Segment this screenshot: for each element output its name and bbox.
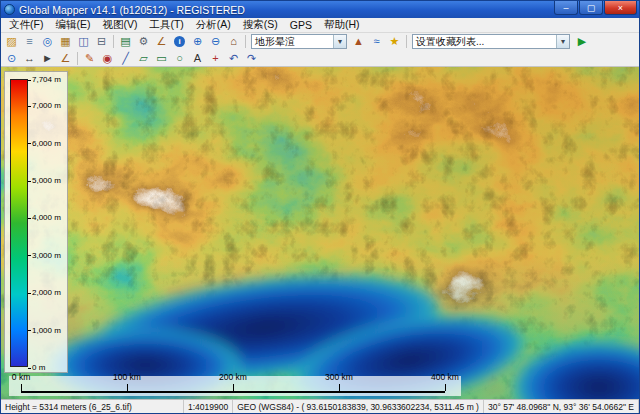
- select-tool-button[interactable]: ►: [39, 51, 56, 66]
- digitizer-toolbar-group: ✎◉╱▱▭○A+↶↷: [81, 51, 260, 66]
- map-view[interactable]: 7,704 m7,000 m6,000 m5,000 m4,000 m3,000…: [1, 67, 639, 399]
- show-3d-view-icon: ▲: [353, 36, 364, 47]
- configuration-icon: ⚙: [139, 36, 149, 47]
- file-toolbar-group: ▨≡◎▦◫⊟: [3, 34, 110, 49]
- menu-edit[interactable]: 编辑(E): [49, 18, 96, 32]
- path-profile-icon: ≈: [373, 36, 379, 47]
- toolbar-separator: [113, 35, 114, 48]
- favorites-combo-value: 设置收藏列表...: [413, 35, 556, 48]
- zoom-in-button[interactable]: ⊕: [189, 34, 206, 49]
- full-extent-icon: ⌂: [230, 36, 237, 47]
- menu-help[interactable]: 帮助(H): [318, 18, 366, 32]
- feature-info-icon: i: [174, 36, 185, 47]
- menu-file[interactable]: 文件(F): [3, 18, 49, 32]
- scale-tick: [21, 384, 22, 391]
- scale-tick: [445, 384, 446, 391]
- elevation-legend[interactable]: 7,704 m7,000 m6,000 m5,000 m4,000 m3,000…: [4, 71, 68, 373]
- configuration-button[interactable]: ⚙: [135, 34, 152, 49]
- zoom-out-icon: ⊖: [211, 36, 220, 47]
- feature-info-button[interactable]: i: [171, 34, 188, 49]
- legend-tick-label: 4,000 m: [32, 214, 61, 222]
- create-point-button[interactable]: ◉: [99, 51, 116, 66]
- save-workspace-icon: ◫: [78, 36, 88, 47]
- open-workspace-icon: ▦: [60, 36, 70, 47]
- show-3d-view-button[interactable]: ▲: [350, 34, 367, 49]
- legend-gradient-bar: [10, 79, 28, 367]
- create-rectangle-icon: ▭: [156, 53, 166, 64]
- download-online-data-icon: ◎: [43, 36, 53, 47]
- pan-tool-button[interactable]: ↔: [21, 51, 38, 66]
- scale-tick: [127, 384, 128, 391]
- window-title: Global Mapper v14.1 (b120512) - REGISTER…: [19, 4, 550, 16]
- menu-view[interactable]: 视图(V): [96, 18, 143, 32]
- select-tool-icon: ►: [42, 53, 53, 64]
- scale-tick: [339, 384, 340, 391]
- zoom-tool-button[interactable]: ⊙: [3, 51, 20, 66]
- text-label-button[interactable]: A: [189, 51, 206, 66]
- text-label-icon: A: [194, 53, 201, 64]
- legend-tick-label: 0 m: [32, 364, 45, 372]
- terrain-map-image[interactable]: [1, 67, 639, 399]
- minimize-button[interactable]: –: [554, 1, 578, 15]
- view-toolbar-group: ▤⚙∠i⊕⊖⌂: [117, 34, 242, 49]
- digitizer-edit-button[interactable]: ✎: [81, 51, 98, 66]
- chevron-down-icon[interactable]: ▾: [556, 35, 569, 48]
- favorites-button[interactable]: ★: [386, 34, 403, 49]
- create-rectangle-button[interactable]: ▭: [153, 51, 170, 66]
- print-button[interactable]: ⊟: [93, 34, 110, 49]
- menu-analysis[interactable]: 分析(A): [190, 18, 237, 32]
- zoom-out-button[interactable]: ⊖: [207, 34, 224, 49]
- legend-tick-label: 5,000 m: [32, 177, 61, 185]
- scale-label: 0 km: [12, 372, 30, 382]
- favorites-combo[interactable]: 设置收藏列表... ▾: [412, 34, 570, 49]
- open-ascii-button[interactable]: ≡: [21, 34, 38, 49]
- chevron-down-icon[interactable]: ▾: [333, 35, 346, 48]
- legend-tick-label: 6,000 m: [32, 140, 61, 148]
- path-profile-button[interactable]: ≈: [368, 34, 385, 49]
- toolbar-separator: [245, 35, 246, 48]
- download-online-data-button[interactable]: ◎: [39, 34, 56, 49]
- create-circle-button[interactable]: ○: [171, 51, 188, 66]
- overlay-control-center-button[interactable]: ▤: [117, 34, 134, 49]
- overlay-control-center-icon: ▤: [120, 36, 130, 47]
- status-bar: Height = 5314 meters (6_25_6.tif) 1:4019…: [1, 399, 639, 413]
- redo-button[interactable]: ↷: [243, 51, 260, 66]
- toolbar-separator: [77, 52, 78, 65]
- create-line-button[interactable]: ╱: [117, 51, 134, 66]
- close-button[interactable]: ×: [604, 1, 637, 15]
- open-workspace-button[interactable]: ▦: [57, 34, 74, 49]
- title-bar[interactable]: Global Mapper v14.1 (b120512) - REGISTER…: [1, 1, 639, 18]
- shader-combo-value: 地形晕渲: [252, 35, 333, 48]
- status-scale: 1:4019900: [184, 400, 233, 413]
- menu-gps[interactable]: GPS: [284, 19, 318, 31]
- legend-tick-label: 3,000 m: [32, 252, 61, 260]
- print-icon: ⊟: [97, 36, 106, 47]
- menu-search[interactable]: 搜索(S): [237, 18, 284, 32]
- open-file-icon: ▨: [6, 36, 16, 47]
- create-point-icon: ◉: [103, 53, 113, 64]
- legend-tick-label: 7,704 m: [32, 76, 61, 84]
- maximize-button[interactable]: ▢: [579, 1, 603, 15]
- minimize-icon: –: [563, 3, 568, 13]
- menu-bar: 文件(F)编辑(E)视图(V)工具(T)分析(A)搜索(S)GPS帮助(H): [1, 18, 639, 33]
- open-ascii-icon: ≡: [26, 36, 32, 47]
- run-favorite-button[interactable]: ▶: [573, 34, 591, 49]
- scale-ruler: 0 km100 km200 km300 km400 km: [21, 385, 445, 393]
- zoom-in-icon: ⊕: [193, 36, 202, 47]
- redo-icon: ↷: [247, 53, 256, 64]
- undo-button[interactable]: ↶: [225, 51, 242, 66]
- toolbar-tools: ⊙↔►∠ ✎◉╱▱▭○A+↶↷: [1, 50, 639, 67]
- measure-button[interactable]: ∠: [153, 34, 170, 49]
- maximize-icon: ▢: [587, 3, 596, 13]
- menu-tools[interactable]: 工具(T): [143, 18, 189, 32]
- shader-combo[interactable]: 地形晕渲 ▾: [251, 34, 347, 49]
- save-workspace-button[interactable]: ◫: [75, 34, 92, 49]
- window-controls: – ▢ ×: [554, 1, 637, 15]
- zoom-tool-icon: ⊙: [7, 53, 16, 64]
- measure-tool-button[interactable]: ∠: [57, 51, 74, 66]
- full-extent-button[interactable]: ⌂: [225, 34, 242, 49]
- scale-label: 400 km: [431, 372, 459, 382]
- open-file-button[interactable]: ▨: [3, 34, 20, 49]
- vertex-edit-button[interactable]: +: [207, 51, 224, 66]
- create-area-button[interactable]: ▱: [135, 51, 152, 66]
